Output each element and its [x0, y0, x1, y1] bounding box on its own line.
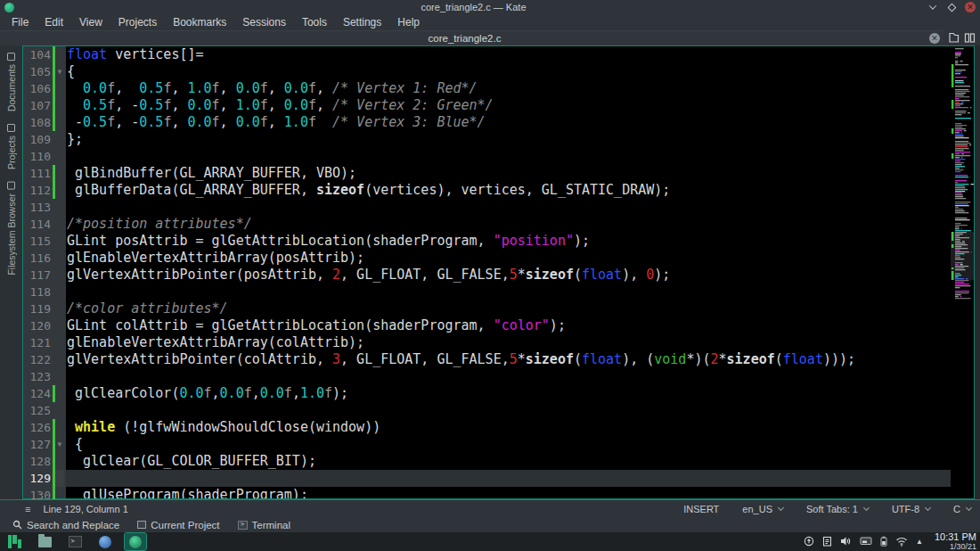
menu-sessions[interactable]: Sessions	[234, 16, 294, 29]
menu-edit[interactable]: Edit	[37, 16, 71, 29]
clipboard-icon[interactable]	[822, 536, 832, 547]
line-number[interactable]: 120	[23, 319, 53, 333]
sidebar-tab-documents[interactable]: Documents	[6, 53, 17, 111]
search-and-replace-button[interactable]: Search and Replace	[5, 517, 127, 532]
status-insert[interactable]: INSERT	[683, 504, 719, 514]
line-number[interactable]: 118	[23, 285, 53, 299]
code-line-107[interactable]: 0.5f, -0.5f, 0.0f, 1.0f, 0.0f, /* Vertex…	[66, 97, 951, 114]
menu-settings[interactable]: Settings	[335, 16, 389, 29]
minimize-button[interactable]	[927, 2, 938, 12]
new-document-icon[interactable]	[948, 32, 960, 44]
line-number[interactable]: 121	[23, 336, 53, 350]
code-line-129[interactable]	[66, 470, 951, 487]
current-project-button[interactable]: Current Project	[130, 517, 226, 532]
battery-icon[interactable]	[880, 536, 887, 547]
sidebar-tab-filesystem-browser[interactable]: Filesystem Browser	[6, 182, 17, 276]
minimap-scrollbar[interactable]	[951, 46, 974, 498]
fold-arrow-icon[interactable]: ▼	[55, 63, 64, 80]
code-line-116[interactable]: glEnableVertexAttribArray(posAttrib);	[66, 250, 951, 267]
menu-tools[interactable]: Tools	[294, 16, 335, 29]
gutter-row: 123	[23, 368, 66, 385]
tab-core-triangle2[interactable]: core_triangle2.c ✕	[0, 30, 943, 45]
status-en-us[interactable]: en_US	[742, 504, 783, 514]
terminal-launcher[interactable]: >	[64, 533, 86, 550]
code-line-111[interactable]: glBindBuffer(GL_ARRAY_BUFFER, VBO);	[66, 165, 951, 182]
close-button[interactable]: ✕	[965, 2, 976, 12]
line-number[interactable]: 124	[23, 387, 53, 400]
code-line-109[interactable]: };	[66, 131, 951, 148]
code-line-106[interactable]: 0.0f, 0.5f, 1.0f, 0.0f, 0.0f, /* Vertex …	[66, 80, 951, 97]
browser-launcher[interactable]	[94, 533, 116, 550]
code-line-127[interactable]: {	[66, 436, 951, 453]
line-number[interactable]: 114	[23, 218, 53, 231]
line-number[interactable]: 126	[23, 421, 53, 434]
tray-expand-caret[interactable]: ▲	[916, 538, 923, 546]
manjaro-menu-button[interactable]	[4, 533, 25, 550]
code-area[interactable]: float vertices[]={ 0.0f, 0.5f, 1.0f, 0.0…	[66, 46, 951, 498]
menu-projects[interactable]: Projects	[110, 16, 165, 29]
line-number[interactable]: 104	[23, 48, 53, 62]
line-number[interactable]: 107	[23, 99, 53, 112]
line-number[interactable]: 128	[23, 455, 53, 468]
line-number[interactable]: 112	[23, 184, 53, 197]
code-line-120[interactable]: GLint colAttrib = glGetAttribLocation(sh…	[66, 317, 951, 334]
code-line-104[interactable]: float vertices[]=	[66, 46, 951, 63]
sidebar-tab-projects[interactable]: Projects	[6, 124, 17, 169]
clock[interactable]: 10:31 PM 1/30/21	[935, 532, 976, 551]
menu-help[interactable]: Help	[389, 16, 428, 29]
code-line-124[interactable]: glClearColor(0.0f,0.0f,0.0f,1.0f);	[66, 385, 951, 402]
status-utf-8[interactable]: UTF-8	[892, 504, 930, 514]
code-line-119[interactable]: /*color attributes*/	[66, 300, 951, 317]
line-number[interactable]: 115	[23, 234, 53, 248]
kate-taskbar-button[interactable]	[125, 533, 146, 550]
code-line-112[interactable]: glBufferData(GL_ARRAY_BUFFER, sizeof(ver…	[66, 182, 951, 199]
line-number[interactable]: 109	[23, 133, 53, 146]
maximize-button[interactable]	[946, 2, 957, 12]
tab-close-icon[interactable]: ✕	[929, 33, 940, 44]
menu-view[interactable]: View	[71, 16, 110, 29]
code-line-128[interactable]: glClear(GL_COLOR_BUFFER_BIT);	[66, 453, 951, 470]
code-line-105[interactable]: {	[66, 63, 951, 80]
line-number[interactable]: 123	[23, 370, 53, 383]
split-view-icon[interactable]	[964, 32, 976, 44]
wifi-icon[interactable]	[895, 537, 908, 547]
code-line-130[interactable]: glUseProgram(shaderProgram);	[66, 487, 951, 498]
code-line-126[interactable]: while (!glfwWindowShouldClose(window))	[66, 419, 951, 436]
status-c[interactable]: C	[953, 504, 971, 514]
terminal-button[interactable]: > Terminal	[231, 517, 298, 532]
line-number[interactable]: 125	[23, 404, 53, 417]
fold-column	[55, 131, 64, 148]
statusbar: ≡ Line 129, Column 1 INSERTen_USSoft Tab…	[0, 499, 980, 517]
volume-icon[interactable]	[840, 536, 852, 547]
display-indicator-icon[interactable]	[860, 536, 872, 547]
line-number[interactable]: 113	[23, 201, 53, 214]
status-soft-tabs-1[interactable]: Soft Tabs: 1	[806, 504, 869, 514]
line-number[interactable]: 108	[23, 116, 53, 129]
code-line-108[interactable]: -0.5f, -0.5f, 0.0f, 0.0f, 1.0f /* Vertex…	[66, 114, 951, 131]
line-number[interactable]: 111	[23, 167, 53, 180]
code-line-117[interactable]: glVertexAttribPointer(posAttrib, 2, GL_F…	[66, 267, 951, 284]
code-line-110[interactable]	[66, 148, 951, 165]
code-line-122[interactable]: glVertexAttribPointer(colAttrib, 3, GL_F…	[66, 351, 951, 368]
line-number[interactable]: 106	[23, 82, 53, 95]
line-number[interactable]: 119	[23, 302, 53, 316]
fold-arrow-icon[interactable]: ▼	[55, 436, 64, 453]
menu-file[interactable]: File	[4, 16, 37, 29]
menu-bookmarks[interactable]: Bookmarks	[165, 16, 234, 29]
file-manager-launcher[interactable]	[34, 533, 55, 550]
code-line-123[interactable]	[66, 368, 951, 385]
line-number[interactable]: 110	[23, 150, 53, 163]
code-line-125[interactable]	[66, 402, 951, 419]
line-number[interactable]: 116	[23, 251, 53, 265]
line-number[interactable]: 127	[23, 438, 53, 451]
line-number[interactable]: 117	[23, 268, 53, 282]
line-number[interactable]: 105	[23, 65, 53, 78]
code-line-118[interactable]	[66, 284, 951, 300]
code-line-113[interactable]	[66, 199, 951, 216]
code-line-115[interactable]: GLint posAttrib = glGetAttribLocation(sh…	[66, 233, 951, 250]
code-line-121[interactable]: glEnableVertexAttribArray(colAttrib);	[66, 334, 951, 351]
updates-icon[interactable]	[804, 536, 814, 547]
code-line-114[interactable]: /*position attributes*/	[66, 216, 951, 233]
line-number[interactable]: 129	[23, 472, 53, 485]
line-number[interactable]: 122	[23, 353, 53, 366]
